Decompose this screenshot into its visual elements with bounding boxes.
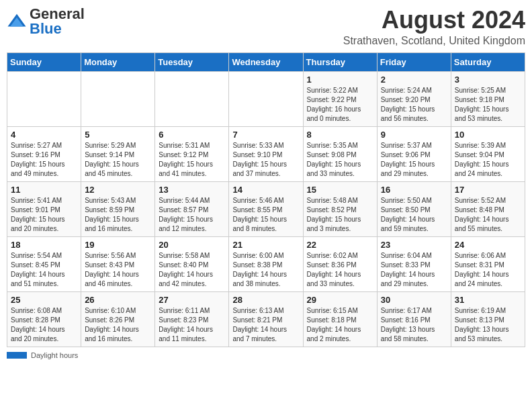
day-info-text: Sunrise: 6:10 AM Sunset: 8:26 PM Dayligh… <box>85 306 151 344</box>
day-info-text: Sunrise: 5:31 AM Sunset: 9:12 PM Dayligh… <box>159 141 225 179</box>
day-info-text: Sunrise: 5:50 AM Sunset: 8:50 PM Dayligh… <box>381 196 447 234</box>
day-number: 19 <box>85 240 151 250</box>
day-info-text: Sunrise: 6:08 AM Sunset: 8:28 PM Dayligh… <box>11 306 77 344</box>
day-info-text: Sunrise: 5:37 AM Sunset: 9:06 PM Dayligh… <box>381 141 447 179</box>
calendar-cell: 17Sunrise: 5:52 AM Sunset: 8:48 PM Dayli… <box>451 181 525 236</box>
day-number: 29 <box>307 295 373 305</box>
logo: General Blue <box>7 7 85 36</box>
header-day-monday: Monday <box>81 52 155 71</box>
calendar-cell: 20Sunrise: 5:58 AM Sunset: 8:40 PM Dayli… <box>155 236 229 291</box>
day-info-text: Sunrise: 6:13 AM Sunset: 8:21 PM Dayligh… <box>232 306 299 344</box>
day-info-text: Sunrise: 5:29 AM Sunset: 9:14 PM Dayligh… <box>85 141 151 179</box>
calendar-week-row: 1Sunrise: 5:22 AM Sunset: 9:22 PM Daylig… <box>7 71 525 126</box>
calendar-cell: 23Sunrise: 6:04 AM Sunset: 8:33 PM Dayli… <box>377 236 451 291</box>
day-number: 1 <box>307 75 373 85</box>
day-number: 22 <box>307 240 373 250</box>
calendar-cell: 12Sunrise: 5:43 AM Sunset: 8:59 PM Dayli… <box>81 181 155 236</box>
day-number: 26 <box>85 295 151 305</box>
calendar-cell: 31Sunrise: 6:19 AM Sunset: 8:13 PM Dayli… <box>451 291 525 347</box>
day-number: 30 <box>381 295 447 305</box>
calendar-cell: 26Sunrise: 6:10 AM Sunset: 8:26 PM Dayli… <box>81 291 155 347</box>
calendar-cell: 9Sunrise: 5:37 AM Sunset: 9:06 PM Daylig… <box>377 126 451 181</box>
title-block: August 2024 Strathaven, Scotland, United… <box>343 7 525 47</box>
day-number: 27 <box>159 295 225 305</box>
calendar-cell: 4Sunrise: 5:27 AM Sunset: 9:16 PM Daylig… <box>7 126 81 181</box>
header-day-thursday: Thursday <box>303 52 377 71</box>
day-info-text: Sunrise: 5:39 AM Sunset: 9:04 PM Dayligh… <box>455 141 521 179</box>
day-info-text: Sunrise: 5:33 AM Sunset: 9:10 PM Dayligh… <box>232 141 299 179</box>
day-info-text: Sunrise: 5:43 AM Sunset: 8:59 PM Dayligh… <box>85 196 151 234</box>
calendar-cell: 2Sunrise: 5:24 AM Sunset: 9:20 PM Daylig… <box>377 71 451 126</box>
day-info-text: Sunrise: 5:27 AM Sunset: 9:16 PM Dayligh… <box>11 141 77 179</box>
calendar-header: SundayMondayTuesdayWednesdayThursdayFrid… <box>7 52 525 71</box>
calendar-cell: 10Sunrise: 5:39 AM Sunset: 9:04 PM Dayli… <box>451 126 525 181</box>
calendar-cell: 27Sunrise: 6:11 AM Sunset: 8:23 PM Dayli… <box>155 291 229 347</box>
day-info-text: Sunrise: 6:06 AM Sunset: 8:31 PM Dayligh… <box>455 251 521 289</box>
day-info-text: Sunrise: 6:17 AM Sunset: 8:16 PM Dayligh… <box>381 306 447 344</box>
day-info-text: Sunrise: 5:44 AM Sunset: 8:57 PM Dayligh… <box>159 196 225 234</box>
day-number: 12 <box>85 185 151 195</box>
day-info-text: Sunrise: 5:52 AM Sunset: 8:48 PM Dayligh… <box>455 196 521 234</box>
day-info-text: Sunrise: 6:11 AM Sunset: 8:23 PM Dayligh… <box>159 306 225 344</box>
calendar-week-row: 25Sunrise: 6:08 AM Sunset: 8:28 PM Dayli… <box>7 291 525 347</box>
day-number: 8 <box>307 130 373 140</box>
page-header: General Blue August 2024 Strathaven, Sco… <box>7 7 525 47</box>
calendar-cell: 30Sunrise: 6:17 AM Sunset: 8:16 PM Dayli… <box>377 291 451 347</box>
day-number: 18 <box>11 240 77 250</box>
calendar-body: 1Sunrise: 5:22 AM Sunset: 9:22 PM Daylig… <box>7 71 525 347</box>
calendar-cell: 5Sunrise: 5:29 AM Sunset: 9:14 PM Daylig… <box>81 126 155 181</box>
calendar-week-row: 4Sunrise: 5:27 AM Sunset: 9:16 PM Daylig… <box>7 126 525 181</box>
day-number: 14 <box>232 185 299 195</box>
generalblue-logo-icon <box>7 11 27 32</box>
day-info-text: Sunrise: 6:04 AM Sunset: 8:33 PM Dayligh… <box>381 251 447 289</box>
day-number: 13 <box>159 185 225 195</box>
day-number: 2 <box>381 75 447 85</box>
day-number: 6 <box>159 130 225 140</box>
header-day-tuesday: Tuesday <box>155 52 229 71</box>
month-year-title: August 2024 <box>343 7 525 34</box>
day-number: 16 <box>381 185 447 195</box>
day-info-text: Sunrise: 5:35 AM Sunset: 9:08 PM Dayligh… <box>307 141 373 179</box>
header-day-friday: Friday <box>377 52 451 71</box>
header-day-wednesday: Wednesday <box>229 52 303 71</box>
day-info-text: Sunrise: 6:02 AM Sunset: 8:36 PM Dayligh… <box>307 251 373 289</box>
calendar-week-row: 18Sunrise: 5:54 AM Sunset: 8:45 PM Dayli… <box>7 236 525 291</box>
day-number: 7 <box>232 130 299 140</box>
day-number: 17 <box>455 185 521 195</box>
day-info-text: Sunrise: 5:25 AM Sunset: 9:18 PM Dayligh… <box>455 86 521 124</box>
day-info-text: Sunrise: 5:41 AM Sunset: 9:01 PM Dayligh… <box>11 196 77 234</box>
calendar-cell: 24Sunrise: 6:06 AM Sunset: 8:31 PM Dayli… <box>451 236 525 291</box>
calendar-cell: 18Sunrise: 5:54 AM Sunset: 8:45 PM Dayli… <box>7 236 81 291</box>
calendar-cell: 15Sunrise: 5:48 AM Sunset: 8:52 PM Dayli… <box>303 181 377 236</box>
calendar-cell: 6Sunrise: 5:31 AM Sunset: 9:12 PM Daylig… <box>155 126 229 181</box>
day-info-text: Sunrise: 5:22 AM Sunset: 9:22 PM Dayligh… <box>307 86 373 124</box>
day-number: 9 <box>381 130 447 140</box>
day-number: 15 <box>307 185 373 195</box>
calendar-cell: 7Sunrise: 5:33 AM Sunset: 9:10 PM Daylig… <box>229 126 303 181</box>
logo-text: General Blue <box>30 7 85 36</box>
day-number: 31 <box>455 295 521 305</box>
calendar-cell <box>229 71 303 126</box>
calendar-cell: 13Sunrise: 5:44 AM Sunset: 8:57 PM Dayli… <box>155 181 229 236</box>
location-subtitle: Strathaven, Scotland, United Kingdom <box>343 35 525 47</box>
calendar-cell: 11Sunrise: 5:41 AM Sunset: 9:01 PM Dayli… <box>7 181 81 236</box>
day-number: 21 <box>232 240 299 250</box>
day-number: 24 <box>455 240 521 250</box>
calendar-week-row: 11Sunrise: 5:41 AM Sunset: 9:01 PM Dayli… <box>7 181 525 236</box>
legend-bar-icon <box>7 352 27 359</box>
day-number: 23 <box>381 240 447 250</box>
calendar-table: SundayMondayTuesdayWednesdayThursdayFrid… <box>7 52 525 347</box>
header-day-sunday: Sunday <box>7 52 81 71</box>
day-info-text: Sunrise: 6:19 AM Sunset: 8:13 PM Dayligh… <box>455 306 521 344</box>
day-info-text: Sunrise: 5:48 AM Sunset: 8:52 PM Dayligh… <box>307 196 373 234</box>
day-number: 4 <box>11 130 77 140</box>
day-info-text: Sunrise: 5:58 AM Sunset: 8:40 PM Dayligh… <box>159 251 225 289</box>
calendar-cell: 21Sunrise: 6:00 AM Sunset: 8:38 PM Dayli… <box>229 236 303 291</box>
day-info-text: Sunrise: 5:54 AM Sunset: 8:45 PM Dayligh… <box>11 251 77 289</box>
calendar-cell: 16Sunrise: 5:50 AM Sunset: 8:50 PM Dayli… <box>377 181 451 236</box>
day-number: 10 <box>455 130 521 140</box>
legend-label: Daylight hours <box>31 351 78 359</box>
day-number: 25 <box>11 295 77 305</box>
day-number: 11 <box>11 185 77 195</box>
calendar-cell: 14Sunrise: 5:46 AM Sunset: 8:55 PM Dayli… <box>229 181 303 236</box>
